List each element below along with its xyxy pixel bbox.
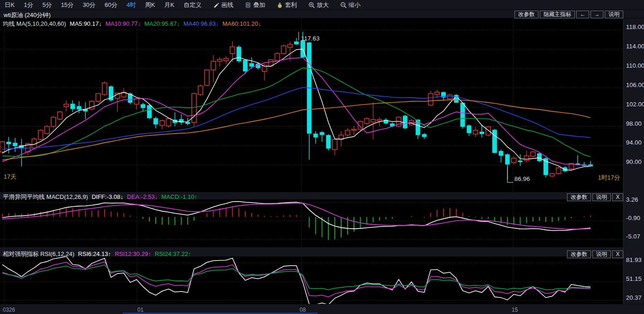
rsi-button-改参数[interactable]: 改参数 [567,250,591,258]
toolbar: 日K1分5分15分30分60分4时周K月K自定义画线叠加套利放大缩小 [0,0,644,10]
y-axis-label: 94.00 [626,139,642,146]
y-axis-label: 98.00 [626,120,642,127]
trading-app: 118.00114.00110.00106.00102.0098.0094.00… [0,0,644,314]
instrument-title: wti原油 (240分钟) [4,11,51,19]
indicator-value: MACD:-1.10↑ [161,193,197,200]
y-axis-label: 90.00 [626,158,642,165]
indicator-value: MA60:101.20↓ [223,20,261,27]
pencil-icon [213,2,219,8]
y-axis-label: 102.00 [626,101,644,108]
date-label: 01 [137,307,143,313]
toolbar-item-label: 月K [164,1,174,9]
window-span-label: 17天 [4,173,16,180]
stack-icon [245,2,251,8]
rsi-button-说明[interactable]: 说明 [592,250,611,258]
toolbar-item-30分[interactable]: 30分 [78,0,100,10]
y-axis-label: 81.93 [626,256,642,263]
y-axis-label: 106.00 [626,81,644,88]
toolbar-item-5分[interactable]: 5分 [38,0,56,10]
indicator-value: MA20:95.67↓ [144,20,180,27]
toolbar-item-60分[interactable]: 60分 [100,0,122,10]
indicator-value: MA10:90.77↓ [106,20,141,27]
toolbar-item-画线[interactable]: 画线 [208,0,238,10]
title-bar: wti原油 (240分钟) 改参数隐藏主指标←→说明 [0,10,644,18]
rsi-button-X[interactable]: X [612,250,623,258]
toolbar-item-label: 日K [5,1,15,9]
macd-button-X[interactable]: X [612,193,623,201]
macd-button-说明[interactable]: 说明 [592,193,611,201]
indicator-value: MA5:90.17↓ [70,20,101,27]
title-button-改参数[interactable]: 改参数 [514,11,538,18]
toolbar-item-日K[interactable]: 日K [0,0,19,10]
toolbar-item-自定义[interactable]: 自定义 [179,0,206,10]
title-button-→[interactable]: → [591,11,603,18]
ma-header: 均线 MA(5,10,20,40,60)MA5:90.17↓MA10:90.77… [3,20,265,28]
zoom-out-icon [340,2,347,8]
toolbar-item-label: 4时 [127,1,136,9]
y-axis-label: 114.00 [626,43,644,50]
rsi-header: 相对强弱指标 RSI(6,12,24)RSI6:24.13↑RSI12:30.2… [3,250,195,258]
indicator-value: RSI6:24.13↑ [78,250,111,257]
title-button-←[interactable]: ← [576,11,589,18]
indicator-value: DIFF:-3.08↓ [92,193,124,200]
toolbar-item-label: 周K [145,1,155,9]
toolbar-item-套利[interactable]: 套利 [272,0,301,10]
macd-buttons: 改参数说明X [567,193,623,201]
title-button-隐藏主指标[interactable]: 隐藏主指标 [540,11,575,18]
toolbar-item-label: 30分 [83,1,95,9]
title-buttons: 改参数隐藏主指标←→说明 [514,11,623,18]
low-annotation: 86.96 [514,175,530,182]
y-axis-label: -0.90 [626,215,640,221]
indicator-value: RSI12:30.29↑ [115,250,151,257]
y-axis-label: 118.00 [626,23,644,30]
y-axis-label: 110.00 [626,62,644,69]
toolbar-item-label: 画线 [221,1,233,9]
date-label: 0326 [3,307,15,313]
macd-header: 平滑异同平均线 MACD(12,26,9)DIFF:-3.08↓DEA:-2.5… [3,193,201,201]
toolbar-item-label: 自定义 [183,1,201,9]
remaining-time-label: 1时17分 [598,174,620,181]
y-axis-label: 51.15 [626,275,642,282]
zoom-in-icon [308,2,315,8]
y-axis-label: 3.26 [626,196,638,203]
toolbar-item-放大[interactable]: 放大 [304,0,333,10]
chart-canvas[interactable]: 118.00114.00110.00106.00102.0098.0094.00… [0,0,644,314]
indicator-value: DEA:-2.53↓ [127,193,158,200]
toolbar-item-缩小[interactable]: 缩小 [336,0,365,10]
toolbar-item-周K[interactable]: 周K [141,0,160,10]
moneybag-icon [277,2,283,8]
high-annotation: 117.63 [301,35,319,42]
x-axis: 0326010815 [0,304,644,314]
toolbar-item-label: 1分 [24,1,33,9]
date-label: 15 [512,307,518,313]
indicator-value: MA40:96.83↓ [183,20,219,27]
indicator-name: 相对强弱指标 RSI(6,12,24) [3,250,74,257]
toolbar-item-label: 5分 [42,1,52,9]
title-button-说明[interactable]: 说明 [605,11,623,18]
toolbar-item-4时[interactable]: 4时 [122,0,141,10]
toolbar-item-叠加[interactable]: 叠加 [240,0,270,10]
toolbar-item-label: 套利 [285,1,297,9]
indicator-name: 均线 MA(5,10,20,40,60) [3,20,66,27]
indicator-value: RSI24:37.22↑ [155,250,191,257]
toolbar-item-label: 放大 [317,1,329,9]
toolbar-item-1分[interactable]: 1分 [19,0,38,10]
toolbar-item-label: 缩小 [349,1,360,9]
indicator-name: 平滑异同平均线 MACD(12,26,9) [3,193,88,200]
toolbar-item-label: 叠加 [253,1,265,9]
macd-button-改参数[interactable]: 改参数 [567,193,591,201]
toolbar-item-label: 60分 [105,1,117,9]
y-axis-label: 20.37 [626,294,642,301]
toolbar-item-月K[interactable]: 月K [160,0,179,10]
toolbar-item-15分[interactable]: 15分 [56,0,78,10]
rsi-buttons: 改参数说明X [567,250,623,258]
y-axis-label: -5.07 [626,233,640,240]
toolbar-item-label: 15分 [61,1,73,9]
date-label: 08 [300,307,306,313]
